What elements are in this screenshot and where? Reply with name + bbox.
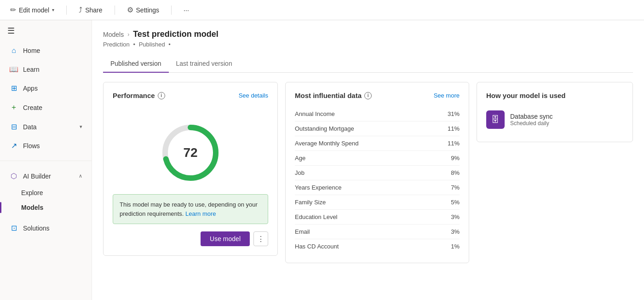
sidebar: ☰ ⌂ Home 📖 Learn ⊞ Apps ＋ Create ⊟ Data … [0, 20, 92, 300]
data-row-value: 3% [451, 213, 460, 220]
breadcrumb-parent[interactable]: Models [103, 31, 124, 38]
usage-icon: 🗄 [486, 110, 505, 129]
sidebar-item-models[interactable]: Models [0, 200, 92, 215]
data-row-value: 11% [448, 140, 460, 147]
performance-alert: This model may be ready to use, dependin… [113, 194, 268, 224]
table-row: Age 9% [295, 151, 460, 166]
sidebar-item-learn[interactable]: 📖 Learn [2, 60, 90, 78]
performance-info-icon[interactable]: i [158, 92, 165, 99]
toolbar-divider-3 [171, 6, 172, 15]
see-details-link[interactable]: See details [239, 92, 268, 99]
sidebar-create-label: Create [23, 104, 42, 111]
sidebar-item-data[interactable]: ⊟ Data ▾ [2, 118, 90, 136]
data-row-label: Age [295, 155, 305, 162]
data-icon: ⊟ [9, 122, 18, 131]
edit-icon: ✏ [10, 6, 16, 14]
explore-label: Explore [21, 189, 43, 196]
settings-icon: ⚙ [127, 6, 133, 14]
ai-chevron-icon: ∧ [79, 173, 82, 179]
influential-data-table: Annual Income 31% Outstanding Mortgage 1… [295, 107, 460, 254]
table-row: Years Experience 7% [295, 180, 460, 195]
sidebar-item-apps[interactable]: ⊞ Apps [2, 79, 90, 97]
learn-more-link[interactable]: Learn more [185, 210, 216, 217]
usage-item-title: Database sync [510, 113, 553, 120]
sidebar-apps-label: Apps [23, 85, 38, 92]
share-button[interactable]: ⤴ Share [76, 4, 105, 16]
toolbar-divider-1 [66, 6, 67, 15]
learn-icon: 📖 [9, 65, 18, 74]
more-icon: ··· [184, 6, 189, 14]
sidebar-item-create[interactable]: ＋ Create [2, 98, 90, 117]
sidebar-ai-builder-label: AI Builder [23, 173, 51, 180]
data-row-value: 5% [451, 199, 460, 206]
data-row-label: Annual Income [295, 110, 335, 117]
more-dots-icon: ⋮ [257, 235, 264, 243]
influential-title: Most influential data [295, 92, 362, 99]
main-layout: ☰ ⌂ Home 📖 Learn ⊞ Apps ＋ Create ⊟ Data … [0, 20, 644, 300]
performance-card-header: Performance i See details [113, 92, 268, 99]
share-label: Share [85, 6, 102, 14]
table-row: Average Monthly Spend 11% [295, 136, 460, 151]
performance-card-footer: Use model ⋮ [113, 231, 268, 246]
hamburger-menu[interactable]: ☰ [0, 20, 92, 41]
influential-data-card: Most influential data i See more Annual … [285, 82, 469, 263]
usage-card-header: How your model is used [486, 92, 623, 99]
data-row-value: 9% [451, 155, 460, 162]
sidebar-item-home[interactable]: ⌂ Home [2, 42, 90, 59]
toolbar: ✏ Edit model ▾ ⤴ Share ⚙ Settings ··· [0, 0, 644, 20]
sidebar-solutions-label: Solutions [23, 225, 50, 232]
edit-model-button[interactable]: ✏ Edit model ▾ [7, 4, 57, 16]
content-area: Models › Test prediction model Predictio… [92, 20, 644, 300]
influential-info-icon[interactable]: i [364, 92, 372, 99]
settings-button[interactable]: ⚙ Settings [124, 4, 162, 16]
use-model-button[interactable]: Use model [201, 231, 250, 246]
sidebar-item-ai-builder[interactable]: ⬡ AI Builder ∧ [2, 167, 90, 185]
see-more-link[interactable]: See more [434, 92, 460, 99]
cards-row: Performance i See details 72 [103, 82, 633, 263]
data-row-label: Average Monthly Spend [295, 140, 359, 147]
home-icon: ⌂ [9, 46, 18, 55]
donut-score: 72 [183, 145, 197, 160]
donut-chart-container: 72 [113, 107, 268, 194]
usage-item-subtitle: Scheduled daily [510, 120, 553, 127]
data-row-label: Education Level [295, 213, 338, 220]
more-button[interactable]: ··· [181, 5, 192, 16]
models-label: Models [21, 204, 43, 211]
data-row-value: 11% [448, 125, 460, 132]
toolbar-divider-2 [115, 6, 115, 15]
table-row: Email 3% [295, 225, 460, 239]
table-row: Has CD Account 1% [295, 239, 460, 254]
sidebar-item-explore[interactable]: Explore [0, 185, 92, 200]
tabs-container: Published version Last trained version [103, 55, 633, 73]
edit-chevron-icon: ▾ [52, 7, 54, 12]
data-row-label: Years Experience [295, 184, 341, 191]
page-title: Test prediction model [133, 29, 218, 39]
data-row-label: Outstanding Mortgage [295, 125, 354, 132]
breadcrumb-separator: › [127, 31, 129, 38]
influential-card-header: Most influential data i See more [295, 92, 460, 99]
page-subtitle: Prediction • Published • [103, 41, 633, 48]
usage-card: How your model is used 🗄 Database sync S… [477, 82, 633, 142]
data-row-label: Job [295, 169, 305, 176]
tab-last-trained-version[interactable]: Last trained version [169, 55, 240, 73]
performance-title: Performance [113, 92, 155, 99]
status-badge: Published [139, 41, 165, 48]
table-row: Annual Income 31% [295, 107, 460, 121]
table-row: Job 8% [295, 166, 460, 180]
sidebar-home-label: Home [23, 47, 40, 54]
edit-model-label: Edit model [19, 6, 49, 14]
usage-title: How your model is used [486, 92, 566, 99]
more-options-button[interactable]: ⋮ [253, 231, 268, 246]
table-row: Family Size 5% [295, 195, 460, 210]
model-type: Prediction [103, 41, 130, 48]
sidebar-item-flows[interactable]: ↗ Flows [2, 137, 90, 155]
create-icon: ＋ [9, 103, 18, 112]
data-row-value: 31% [448, 110, 460, 117]
data-row-label: Has CD Account [295, 243, 339, 250]
data-row-value: 8% [451, 169, 460, 176]
sidebar-learn-label: Learn [23, 66, 40, 73]
sidebar-item-solutions[interactable]: ⊡ Solutions [2, 219, 90, 237]
donut-chart: 72 [158, 121, 223, 185]
data-row-value: 3% [451, 228, 460, 235]
tab-published-version[interactable]: Published version [103, 55, 169, 73]
